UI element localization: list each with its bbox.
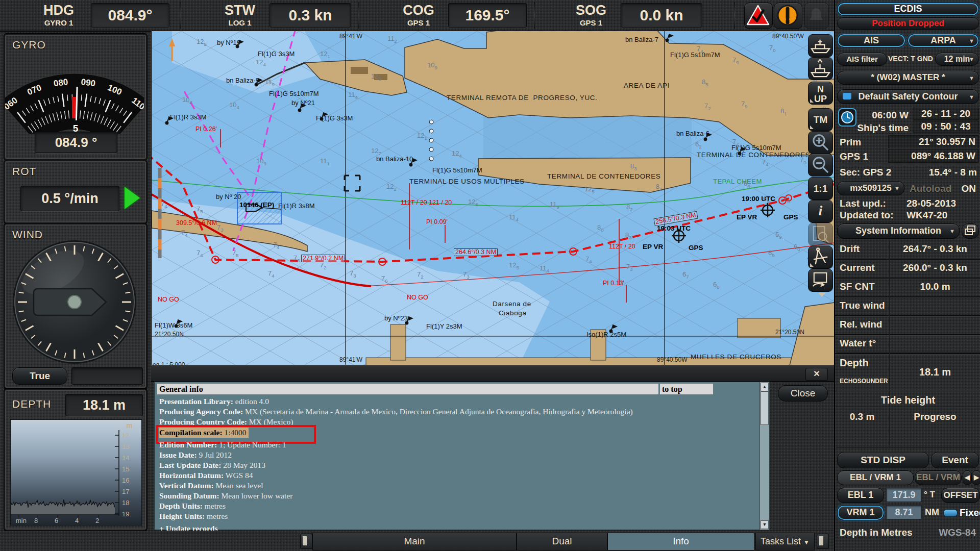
info-panel-titlebar: ✕ xyxy=(151,365,834,382)
ship-icon xyxy=(809,35,832,56)
vrm-1-button[interactable]: VRM 1 xyxy=(837,505,884,520)
depth-trend-graph: m1213141516171819min8642 xyxy=(10,419,142,525)
autoload-label: Autoload xyxy=(910,183,951,194)
svg-text:16: 16 xyxy=(122,477,129,484)
vector-time-dropdown[interactable]: 12 min▼ xyxy=(935,53,979,66)
detach-window-button[interactable] xyxy=(962,223,979,239)
ebl-bearing-input[interactable]: 171.9 xyxy=(886,488,922,502)
ebl-vrm-1-tab[interactable]: EBL / VRM 1 xyxy=(837,470,914,485)
info-row: Issue Date: 9 Jul 2012 xyxy=(159,450,232,460)
fixed-toggle[interactable] xyxy=(943,509,958,517)
ships-time-label: Ship's time xyxy=(845,122,909,134)
std-disp-button[interactable]: STD DISP xyxy=(837,452,929,468)
ebl-vrm-2-tab[interactable]: EBL / VRM 2 xyxy=(915,470,962,485)
stw-label: STWLOG 1 xyxy=(214,4,265,27)
alarm-acknowledge-button[interactable] xyxy=(744,3,773,29)
ais-filter-button[interactable]: AIS filter xyxy=(837,53,887,66)
close-icon[interactable]: ✕ xyxy=(805,368,828,381)
offset-button[interactable]: OFFSET xyxy=(941,488,980,503)
scroll-thumb[interactable] xyxy=(761,391,769,425)
row-value: 264.7° - 0.3 kn xyxy=(889,243,980,255)
close-button[interactable]: Close xyxy=(778,385,828,402)
secondary-divergence-value: 15.4° - 8 m xyxy=(901,167,977,178)
wind-panel: WIND True xyxy=(4,223,147,389)
timezone-value: 06:00 W xyxy=(860,110,909,121)
info-pick-button[interactable]: i xyxy=(808,200,833,223)
window-icon xyxy=(963,224,978,237)
safety-contour-dropdown[interactable]: Default Safety Contour▼ xyxy=(837,89,979,104)
svg-text:13: 13 xyxy=(122,443,129,450)
alarm-triangle-icon xyxy=(745,3,771,28)
document-magnifier-icon xyxy=(809,223,832,244)
gyro-panel: GYRO 0600700800901001105 084.9 ° xyxy=(4,34,147,160)
true-motion-button[interactable]: TM xyxy=(808,108,833,131)
dividers-tool-button[interactable] xyxy=(808,246,833,269)
scale-1-1-button[interactable]: 1:1 xyxy=(808,177,833,200)
task-switch-bar: Main Dual Info Tasks List ▼ xyxy=(0,531,834,551)
rot-value: 0.5 °/min xyxy=(20,186,119,211)
datum-footer: WGS-84 xyxy=(939,527,976,538)
contour-alert-icon xyxy=(843,93,851,99)
gyro-heading-value: 084.9 ° xyxy=(35,132,117,153)
scroll-up-icon[interactable]: ▲ xyxy=(761,383,769,391)
ebl-1-button[interactable]: EBL 1 xyxy=(837,488,884,503)
info-row: Depth Units: metres xyxy=(159,501,226,511)
task-info[interactable]: Info xyxy=(607,533,754,550)
info-scrollbar[interactable]: ▲ ▼ xyxy=(760,382,770,530)
chart-display[interactable]: by Nº19Fl(1)G 3s3M89°41'W89°40.50'Wbn Ba… xyxy=(151,31,835,366)
chart-review-button[interactable] xyxy=(808,223,833,246)
zoom-in-button[interactable] xyxy=(808,131,833,154)
panel-toggle-icon[interactable] xyxy=(300,534,312,549)
stw-value: 0.3 kn xyxy=(270,3,351,28)
tab-right-arrow[interactable]: ▶ xyxy=(972,470,980,485)
system-information-dropdown[interactable]: System Information▼ xyxy=(837,223,960,239)
chevron-down-icon: ▼ xyxy=(949,224,955,238)
vrm-range-input[interactable]: 8.71 xyxy=(886,505,922,519)
svg-text:4: 4 xyxy=(75,517,79,524)
cog-label: COGGPS 1 xyxy=(393,4,444,27)
hdg-label: HDGGYRO 1 xyxy=(28,4,89,27)
ais-button[interactable]: AIS xyxy=(837,34,905,47)
ecdis-title-button[interactable]: ECDIS xyxy=(837,3,979,16)
cog-value: 169.5° xyxy=(448,3,527,28)
system-info-row: Water t° xyxy=(835,334,980,354)
toolbar-more-arrow[interactable] xyxy=(818,293,825,297)
chart-id-dropdown[interactable]: mx509125▼ xyxy=(837,181,904,195)
nautical-chart xyxy=(152,31,835,365)
tab-left-arrow[interactable]: ◀ xyxy=(963,470,972,485)
conning-topbar: HDGGYRO 1 084.9° STWLOG 1 0.3 kn COGGPS … xyxy=(0,0,980,32)
event-button[interactable]: Event xyxy=(931,452,979,468)
ship-center-icon xyxy=(809,58,832,79)
to-top-link[interactable]: to top xyxy=(660,384,713,394)
chevron-down-icon: ▼ xyxy=(969,54,974,65)
warning-exclamation-icon xyxy=(774,3,801,28)
info-row: Edition Number: 1; Update Number: 1 xyxy=(159,440,286,450)
task-main[interactable]: Main xyxy=(312,533,517,550)
divider xyxy=(358,2,359,29)
wind-mode-button[interactable]: True xyxy=(12,367,67,385)
prim-label: Prim xyxy=(840,137,861,148)
north-up-button[interactable]: NUP xyxy=(808,82,833,105)
own-ship-button[interactable] xyxy=(808,34,833,57)
tasks-list-button[interactable]: Tasks List ▼ xyxy=(755,533,815,550)
system-info-row: SF CNT10.0 m xyxy=(835,278,980,297)
tide-height-value: 0.3 m xyxy=(835,411,889,422)
chart-pan-button[interactable] xyxy=(808,269,833,292)
muted-alert-button[interactable] xyxy=(804,3,829,29)
svg-text:18: 18 xyxy=(122,499,129,507)
center-ship-button[interactable] xyxy=(808,57,833,80)
latitude-value: 21° 30.957 N xyxy=(888,135,979,148)
task-dual[interactable]: Dual xyxy=(517,533,607,550)
depth-label: Depth xyxy=(840,357,869,369)
master-station-dropdown[interactable]: * (W02) MASTER *▼ xyxy=(837,71,979,85)
prim-source-label: GPS 1 xyxy=(840,151,868,162)
arpa-button[interactable]: ARPA▼ xyxy=(908,34,979,47)
scroll-down-icon[interactable]: ▼ xyxy=(761,520,769,529)
rot-panel: ROT 0.5 °/min xyxy=(4,160,147,223)
secondary-source-label: Sec: GPS 2 xyxy=(840,167,891,178)
warning-button[interactable] xyxy=(774,3,802,29)
zoom-out-button[interactable] xyxy=(808,154,833,177)
sog-value: 0.0 kn xyxy=(621,3,702,28)
sidebar-toggle-icon[interactable] xyxy=(817,534,829,549)
svg-text:12: 12 xyxy=(122,432,129,439)
